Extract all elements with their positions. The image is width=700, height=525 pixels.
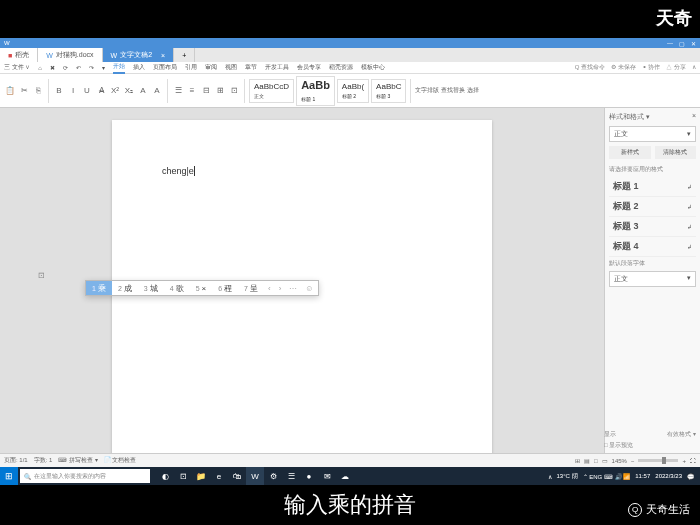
taskbar-search[interactable]: 🔍 在这里输入你要搜索的内容 <box>20 469 150 483</box>
show-select[interactable]: 有效格式 ▾ <box>667 430 696 439</box>
style-h3[interactable]: AaBbC标题 3 <box>371 79 406 103</box>
spellcheck-status[interactable]: ⌨ 拼写检查 ▾ <box>58 456 97 465</box>
menu-chapter[interactable]: 章节 <box>245 63 257 72</box>
ime-candidate-6[interactable]: 6程 <box>212 281 238 295</box>
minimize-icon[interactable]: — <box>667 40 673 47</box>
subscript-button[interactable]: X₂ <box>123 81 135 101</box>
page-count[interactable]: 页面: 1/1 <box>4 456 28 465</box>
cortana-icon[interactable]: ◐ <box>156 467 174 485</box>
view-print-icon[interactable]: ⊞ <box>575 457 580 464</box>
ime-next-icon[interactable]: › <box>275 281 286 295</box>
taskview-icon[interactable]: ⊡ <box>174 467 192 485</box>
underline-button[interactable]: U <box>81 81 93 101</box>
menu-collab[interactable]: ⚬ 协作 <box>642 63 661 72</box>
store-icon[interactable]: 🛍 <box>228 467 246 485</box>
tab-doc2-active[interactable]: W文字文稿2× <box>103 48 175 62</box>
style-normal[interactable]: AaBbCcD正文 <box>249 79 294 103</box>
menu-btn[interactable]: ✖ <box>50 64 55 71</box>
clock-time[interactable]: 11:57 <box>635 473 650 479</box>
superscript-button[interactable]: X² <box>109 81 121 101</box>
menu-share[interactable]: △ 分享 <box>666 63 686 72</box>
menu-drop[interactable]: ▾ <box>102 64 105 71</box>
style-item-h3[interactable]: 标题 3↲ <box>609 217 696 237</box>
app-icon[interactable]: ☰ <box>282 467 300 485</box>
find-replace-button[interactable]: 查找替换 <box>441 81 465 101</box>
tray-icons[interactable]: ⌃ ENG ⌨ 🔊 📶 <box>583 473 631 480</box>
fullscreen-icon[interactable]: ⛶ <box>690 458 696 464</box>
menu-insert[interactable]: 插入 <box>133 63 145 72</box>
clock-date[interactable]: 2022/3/23 <box>655 473 682 479</box>
word-count[interactable]: 字数: 1 <box>34 456 53 465</box>
zoom-level[interactable]: 145% <box>612 458 627 464</box>
menu-redo[interactable]: ↷ <box>89 64 94 71</box>
ime-candidate-4[interactable]: 4歌 <box>164 281 190 295</box>
zoom-in-icon[interactable]: + <box>682 458 686 464</box>
current-style-display[interactable]: 正文▾ <box>609 126 696 142</box>
preset-style-input[interactable]: 正文▾ <box>609 271 696 287</box>
fontcolor-button[interactable]: A <box>137 81 149 101</box>
align-button[interactable]: ☰ <box>172 81 184 101</box>
wps-icon[interactable]: W <box>246 467 264 485</box>
list-button[interactable]: ⊟ <box>200 81 212 101</box>
preview-checkbox[interactable]: □ 显示预览 <box>604 441 633 450</box>
paste-button[interactable]: 📋 <box>4 81 16 101</box>
view-outline-icon[interactable]: ▤ <box>584 457 590 464</box>
menu-undo[interactable]: ↶ <box>76 64 81 71</box>
maximize-icon[interactable]: ▢ <box>679 40 685 47</box>
menu-home-icon[interactable]: ⌂ <box>38 65 42 71</box>
copy-button[interactable]: ⎘ <box>32 81 44 101</box>
tab-doc1[interactable]: W对猫狗.docx <box>38 48 102 62</box>
ime-candidate-bar[interactable]: 1乘 2成 3城 4歌 5× 6程 7呈 ‹ › ⋯ ☺ <box>85 280 319 296</box>
weather-widget[interactable]: 13°C 阴 <box>557 472 578 481</box>
style-h1[interactable]: AaBb标题 1 <box>296 76 335 106</box>
menu-view[interactable]: 视图 <box>225 63 237 72</box>
ime-candidate-7[interactable]: 7呈 <box>238 281 264 295</box>
text-layout-button[interactable]: 文字排版 <box>415 81 439 101</box>
edge-icon[interactable]: e <box>210 467 228 485</box>
bold-button[interactable]: B <box>53 81 65 101</box>
list-button[interactable]: ⊞ <box>214 81 226 101</box>
menu-dev[interactable]: 开发工具 <box>265 63 289 72</box>
cut-button[interactable]: ✂ <box>18 81 30 101</box>
menu-file[interactable]: 三 文件 ∨ <box>4 63 30 72</box>
panel-close-icon[interactable]: × <box>692 112 696 122</box>
menu-layout[interactable]: 页面布局 <box>153 63 177 72</box>
style-h2[interactable]: AaBb(标题 2 <box>337 79 369 103</box>
cloud-icon[interactable]: ☁ <box>336 467 354 485</box>
tab-daoke[interactable]: ■稻壳 <box>0 48 38 62</box>
ime-candidate-3[interactable]: 3城 <box>138 281 164 295</box>
explorer-icon[interactable]: 📁 <box>192 467 210 485</box>
menu-start[interactable]: 开始 <box>113 62 125 74</box>
zoom-out-icon[interactable]: − <box>631 458 635 464</box>
align-button[interactable]: ≡ <box>186 81 198 101</box>
notifications-icon[interactable]: 💬 <box>687 473 694 480</box>
tray-expand-icon[interactable]: ∧ <box>548 473 552 480</box>
ime-candidate-2[interactable]: 2成 <box>112 281 138 295</box>
style-gallery[interactable]: AaBbCcD正文 AaBb标题 1 AaBb(标题 2 AaBbC标题 3 <box>249 76 406 106</box>
menu-review[interactable]: 审阅 <box>205 63 217 72</box>
ime-candidate-1[interactable]: 1乘 <box>86 281 112 295</box>
tab-add[interactable]: + <box>174 48 195 62</box>
style-item-h2[interactable]: 标题 2↲ <box>609 197 696 217</box>
tab-close-icon[interactable]: × <box>161 52 165 59</box>
menu-ref[interactable]: 引用 <box>185 63 197 72</box>
document-canvas[interactable]: ⊡ cheng|e 1乘 2成 3城 4歌 5× 6程 7呈 ‹ › ⋯ ☺ <box>0 108 604 453</box>
app-icon[interactable]: ● <box>300 467 318 485</box>
ime-prev-icon[interactable]: ‹ <box>264 281 275 295</box>
italic-button[interactable]: I <box>67 81 79 101</box>
style-item-h1[interactable]: 标题 1↲ <box>609 177 696 197</box>
view-web-icon[interactable]: ▭ <box>602 457 608 464</box>
ime-candidate-5[interactable]: 5× <box>190 281 213 295</box>
select-button[interactable]: 选择 <box>467 81 479 101</box>
indent-button[interactable]: ⊡ <box>228 81 240 101</box>
start-button[interactable]: ⊞ <box>0 467 18 485</box>
menu-unsaved[interactable]: ⚙ 未保存 <box>611 63 636 72</box>
highlight-button[interactable]: A <box>151 81 163 101</box>
menu-tmpl[interactable]: 模板中心 <box>361 63 385 72</box>
menu-search[interactable]: Q 查找命令 <box>575 63 605 72</box>
close-icon[interactable]: ✕ <box>691 40 696 47</box>
ime-emoji-icon[interactable]: ☺ <box>301 281 317 295</box>
ime-more-icon[interactable]: ⋯ <box>285 281 301 295</box>
clear-format-button[interactable]: 清除格式 <box>655 146 697 159</box>
menu-collapse-icon[interactable]: ∧ <box>692 63 696 72</box>
